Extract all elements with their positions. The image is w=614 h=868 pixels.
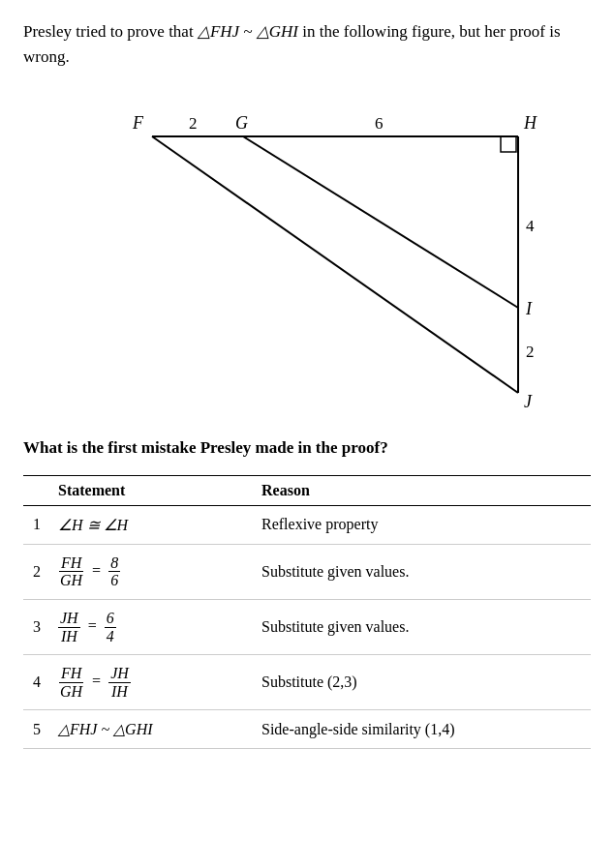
row-1-reason: Reflexive property: [254, 505, 591, 544]
row-5-num: 5: [23, 710, 50, 749]
col-header-reason: Reason: [254, 475, 591, 505]
table-row: 2 FH GH = 8 6 Substitute given values.: [23, 544, 591, 599]
proof-table: Statement Reason 1 ∠H ≅ ∠H Reflexive pro…: [23, 475, 591, 750]
row-2-reason: Substitute given values.: [254, 544, 591, 599]
triangle1: △FHJ ~ △GHI: [198, 22, 298, 41]
svg-text:G: G: [235, 113, 248, 133]
table-row: 3 JH IH = 6 4 Substitute given values.: [23, 599, 591, 654]
svg-text:4: 4: [526, 217, 535, 235]
svg-text:J: J: [524, 392, 533, 411]
row-3-statement: JH IH = 6 4: [50, 599, 254, 654]
svg-rect-6: [501, 136, 516, 152]
row-4-num: 4: [23, 655, 50, 710]
svg-line-2: [152, 136, 518, 393]
col-header-num: [23, 475, 50, 505]
svg-text:F: F: [132, 113, 144, 133]
svg-text:I: I: [525, 299, 533, 318]
row-4-reason: Substitute (2,3): [254, 655, 591, 710]
table-row: 1 ∠H ≅ ∠H Reflexive property: [23, 505, 591, 544]
row-1-statement: ∠H ≅ ∠H: [50, 505, 254, 544]
intro-text-before: Presley tried to prove that: [23, 22, 198, 41]
row-3-reason: Substitute given values.: [254, 599, 591, 654]
intro-paragraph: Presley tried to prove that △FHJ ~ △GHI …: [23, 19, 591, 69]
row-2-num: 2: [23, 544, 50, 599]
table-row: 4 FH GH = JH IH Substitute (2,3): [23, 655, 591, 710]
row-5-reason: Side-angle-side similarity (1,4): [254, 710, 591, 749]
col-header-statement: Statement: [50, 475, 254, 505]
question-text: What is the first mistake Presley made i…: [23, 436, 591, 460]
svg-text:6: 6: [375, 114, 384, 133]
row-5-statement: △FHJ ~ △GHI: [50, 710, 254, 749]
svg-text:2: 2: [189, 114, 198, 133]
row-1-num: 1: [23, 505, 50, 544]
table-row: 5 △FHJ ~ △GHI Side-angle-side similarity…: [23, 710, 591, 749]
row-2-statement: FH GH = 8 6: [50, 544, 254, 599]
svg-text:2: 2: [526, 343, 535, 361]
figure: F 2 G 6 H 4 I 2 J: [36, 88, 578, 417]
row-4-statement: FH GH = JH IH: [50, 655, 254, 710]
svg-text:H: H: [523, 113, 537, 133]
svg-line-5: [243, 136, 518, 308]
row-3-num: 3: [23, 599, 50, 654]
